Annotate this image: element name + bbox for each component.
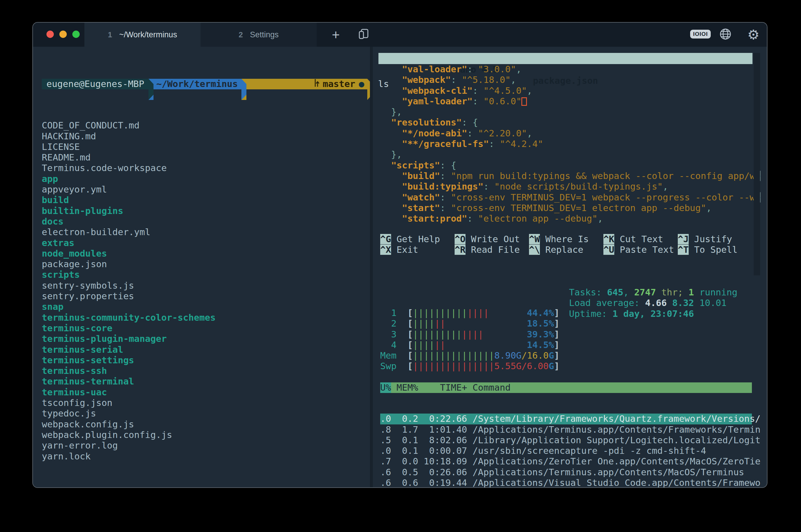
process-row: .6 0.5 0:26.06 /Applications/Terminus.ap…	[380, 467, 752, 478]
file-entry: yarn-error.log	[42, 440, 370, 451]
directory-entry: terminus-terminal	[42, 376, 370, 387]
directory-entry: scripts	[42, 269, 370, 280]
split-pane-button[interactable]	[353, 23, 374, 47]
nano-line: "watch": "cross-env TERMINUS_DEV=1 webpa…	[380, 192, 760, 203]
pane-divider[interactable]	[370, 47, 373, 487]
tab-settings[interactable]: 2 Settings	[201, 23, 317, 47]
file-entry: webpack.plugin.config.js	[42, 430, 370, 440]
file-entry: typedoc.js	[42, 408, 370, 419]
meter-2: 2[||||||18.5%]	[380, 318, 752, 329]
directory-entry: terminus-uac	[42, 387, 370, 398]
split-panes-icon	[357, 27, 370, 42]
directory-entry: build	[42, 195, 370, 206]
tasks-line: Tasks: 645, 2747 thr; 1 running	[569, 287, 738, 298]
file-entry: HACKING.md	[42, 131, 370, 142]
nano-line: },	[380, 107, 760, 117]
process-table: U% MEM% TIME+ Command .0 0.2 0:22.66 /Sy…	[380, 362, 752, 488]
file-entry: README.md	[42, 152, 370, 163]
nano-shortcut: ^O Write Out	[454, 234, 529, 245]
tasks-line: Uptime: 1 day, 23:07:46	[569, 309, 738, 319]
directory-entry: app	[42, 174, 370, 184]
nano-line: "build": "npm run build:typings && webpa…	[380, 171, 760, 182]
nano-line: "webpack": "^5.18.0",	[380, 75, 760, 85]
powerline-arrow	[149, 79, 153, 100]
file-entry: sentry-symbols.js	[42, 280, 370, 291]
file-entry: CODE_OF_CONDUCT.md	[42, 120, 370, 131]
network-button[interactable]	[716, 23, 734, 47]
htop-panel: 1[||||||||||||||44.4%] 2[||||||18.5%] 3[…	[380, 287, 752, 413]
nano-shortcut: ^\ Replace	[529, 245, 603, 255]
process-row: .8 1.7 1:01.40 /Applications/Terminus.ap…	[380, 424, 752, 435]
process-rows: .0 0.2 0:22.66 /System/Library/Framework…	[380, 414, 752, 488]
tab-title: Settings	[250, 30, 279, 39]
titlebar: 1 ~/Work/terminus 2 Settings + IOIOI	[33, 23, 767, 47]
left-terminal-pane[interactable]: eugene@Eugenes-MBP ~/Work/terminus maste…	[33, 47, 370, 487]
directory-entry: terminus-settings	[42, 355, 370, 366]
nano-shortcut: ^R Read File	[454, 245, 529, 255]
maximize-button[interactable]	[72, 31, 80, 38]
plus-icon: +	[332, 27, 340, 43]
nano-shortcut: ^G Get Help	[380, 234, 454, 245]
shortcut-row: ^X Exit^R Read File^\ Replace^U Paste Te…	[380, 245, 752, 255]
nano-shortcut: ^T To Spell	[678, 245, 752, 255]
prompt-user-segment: eugene@Eugenes-MBP	[42, 79, 149, 89]
nano-shortcut: ^W Where Is	[529, 234, 603, 245]
tab-title: ~/Work/terminus	[119, 30, 177, 39]
tasks-summary: Tasks: 645, 2747 thr; 1 runningLoad aver…	[569, 287, 738, 319]
nano-line: "build:typings": "node scripts/build-typ…	[380, 182, 760, 192]
nano-line: "scripts": {	[380, 160, 760, 171]
nano-titlebar: GNU nano 4.5 package.json	[378, 53, 752, 64]
close-button[interactable]	[46, 31, 54, 38]
directory-entry: builtin-plugins	[42, 206, 370, 216]
nano-line: "*/node-abi": "^2.20.0",	[380, 128, 760, 139]
tab-number: 2	[239, 30, 243, 39]
process-row: .6 0.6 0:19.44 /Applications/Visual Stud…	[380, 478, 752, 488]
file-entry: sentry.properties	[42, 291, 370, 302]
git-branch-name: master	[322, 79, 355, 89]
nano-line: "resolutions": {	[380, 117, 760, 128]
nano-buffer: "val-loader": "3.0.0", "webpack": "^5.18…	[380, 64, 760, 224]
serial-icon: IOIOI	[693, 31, 708, 37]
nano-cursor	[521, 97, 527, 106]
directory-entry: extras	[42, 238, 370, 248]
directory-entry: terminus-community-color-schemes	[42, 312, 370, 323]
nano-shortcut: ^J Justify	[678, 234, 752, 245]
nano-shortcut: ^X Exit	[380, 245, 454, 255]
directory-entry: snap	[42, 302, 370, 312]
nano-shortcut-bar: ^G Get Help^O Write Out^W Where Is^K Cut…	[380, 234, 752, 255]
directory-entry: node_modules	[42, 248, 370, 259]
process-row: .0 0.1 0:00.07 /usr/sbin/screencapture -…	[380, 445, 752, 456]
process-row: .7 0.0 10:18.09 /Applications/ZeroTier O…	[380, 456, 752, 467]
nano-shortcut: ^U Paste Text	[603, 245, 678, 255]
nano-line: "webpack-cli": "^4.5.0",	[380, 86, 760, 96]
directory-entry: terminus-core	[42, 323, 370, 334]
file-entry: LICENSE	[42, 142, 370, 152]
shortcut-row: ^G Get Help^O Write Out^W Where Is^K Cut…	[380, 234, 752, 245]
directory-entry: terminus-ssh	[42, 366, 370, 376]
settings-button[interactable]: ⚙	[745, 23, 762, 47]
tab-number: 1	[108, 30, 112, 39]
prompt-git-segment: master ●	[246, 79, 367, 89]
file-entry: appveyor.yml	[42, 184, 370, 195]
process-table-header: U% MEM% TIME+ Command	[380, 382, 752, 393]
directory-entry: docs	[42, 216, 370, 227]
tab-work-terminus[interactable]: 1 ~/Work/terminus	[85, 23, 201, 47]
git-branch-icon	[248, 482, 320, 488]
right-terminal-pane[interactable]: GNU nano 4.5 package.json "val-loader": …	[373, 47, 767, 487]
shell-prompt: eugene@Eugenes-MBP ~/Work/terminus maste…	[42, 79, 370, 89]
new-tab-button[interactable]: +	[327, 23, 344, 47]
scrollbar[interactable]	[754, 53, 760, 276]
prompt-path-segment: ~/Work/terminus	[153, 79, 241, 89]
file-entry: webpack.config.js	[42, 419, 370, 430]
nano-line: "val-loader": "3.0.0",	[380, 64, 760, 75]
terminus-window: 1 ~/Work/terminus 2 Settings + IOIOI	[32, 22, 767, 488]
file-entry: yarn.lock	[42, 451, 370, 462]
git-branch-icon	[248, 68, 320, 100]
file-entry: Terminus.code-workspace	[42, 163, 370, 173]
nano-line: "yaml-loader": "0.6.0"	[380, 96, 760, 107]
serial-badge[interactable]: IOIOI	[690, 30, 711, 38]
globe-icon	[719, 27, 732, 42]
file-entry: electron-builder.yml	[42, 227, 370, 238]
minimize-button[interactable]	[59, 31, 67, 38]
file-entry: package.json	[42, 259, 370, 269]
